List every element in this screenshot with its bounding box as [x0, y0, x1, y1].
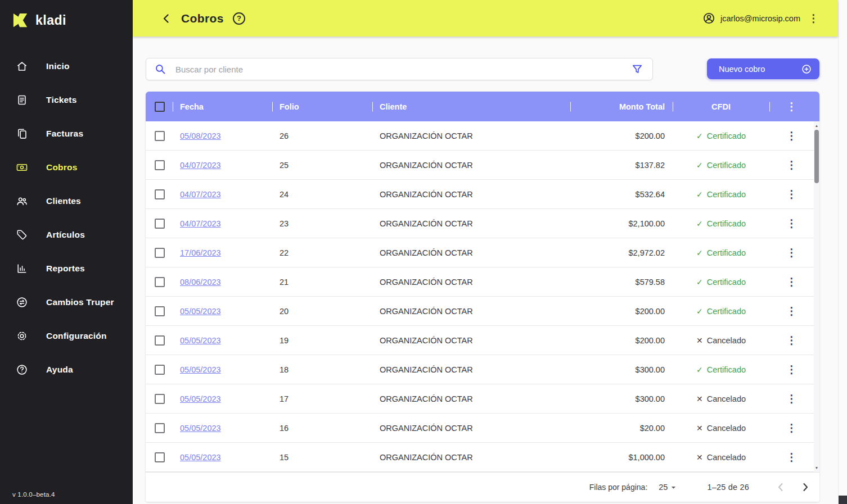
filter-icon[interactable]	[631, 63, 643, 75]
rows-per-page-select[interactable]: 25	[659, 482, 679, 493]
sidebar-item-reportes[interactable]: Reportes	[0, 252, 133, 285]
status-text: Certificado	[707, 219, 746, 228]
scroll-up-icon[interactable]: ▲	[815, 121, 818, 130]
scrollbar-thumb[interactable]	[814, 130, 819, 183]
row-menu-icon[interactable]: ⋮	[786, 189, 797, 199]
fecha-link[interactable]: 05/05/2023	[180, 424, 221, 433]
sidebar-item-label: Tickets	[46, 95, 77, 105]
check-icon: ✓	[696, 366, 703, 374]
row-checkbox[interactable]	[155, 189, 165, 199]
sidebar-item-tickets[interactable]: Tickets	[0, 83, 133, 117]
row-checkbox[interactable]	[155, 219, 165, 229]
fecha-link[interactable]: 05/05/2023	[180, 336, 221, 345]
column-header-fecha[interactable]: Fecha	[173, 92, 272, 121]
status-text: Cancelado	[707, 453, 746, 462]
row-checkbox[interactable]	[155, 277, 165, 287]
row-checkbox[interactable]	[155, 160, 165, 170]
rows-per-page-label: Filas por página:	[589, 483, 648, 492]
monto-cell: $1,000.00	[570, 453, 673, 462]
next-page-button[interactable]	[799, 480, 812, 494]
folio-cell: 25	[272, 161, 372, 170]
search-input[interactable]	[175, 65, 631, 74]
brand-logo[interactable]: kladi	[0, 0, 133, 31]
fecha-link[interactable]: 04/07/2023	[180, 190, 221, 199]
monto-cell: $532.64	[570, 190, 673, 199]
folio-cell: 21	[272, 278, 372, 287]
row-menu-icon[interactable]: ⋮	[786, 364, 797, 375]
header-menu-icon[interactable]: ⋮	[786, 101, 797, 112]
row-checkbox[interactable]	[155, 394, 165, 404]
fecha-link[interactable]: 05/05/2023	[180, 307, 221, 316]
row-menu-icon[interactable]: ⋮	[786, 160, 797, 170]
fecha-link[interactable]: 04/07/2023	[180, 219, 221, 228]
status-text: Certificado	[707, 248, 746, 257]
sidebar-item-inicio[interactable]: Inicio	[0, 49, 133, 83]
cobros-icon	[16, 161, 28, 174]
table-scrollbar[interactable]: ▲ ▼	[814, 121, 819, 472]
column-header-cliente[interactable]: Cliente	[372, 92, 570, 121]
nuevo-cobro-button[interactable]: Nuevo cobro	[707, 58, 819, 79]
row-menu-icon[interactable]: ⋮	[786, 452, 797, 462]
page-scrollbar[interactable]	[838, 0, 847, 504]
row-menu-icon[interactable]: ⋮	[786, 335, 797, 346]
column-header-cfdi[interactable]: CFDI	[673, 92, 769, 121]
column-header-folio[interactable]: Folio	[272, 92, 372, 121]
cliente-cell: ORGANIZACIÓN OCTAR	[372, 453, 570, 462]
cfdi-status: ✓ Certificado	[696, 248, 746, 257]
row-checkbox[interactable]	[155, 452, 165, 462]
row-menu-icon[interactable]: ⋮	[786, 276, 797, 287]
row-checkbox[interactable]	[155, 365, 165, 375]
sidebar-item-configuracion[interactable]: Configuración	[0, 319, 133, 353]
status-text: Certificado	[707, 365, 746, 374]
row-menu-icon[interactable]: ⋮	[786, 393, 797, 404]
row-menu-icon[interactable]: ⋮	[786, 423, 797, 433]
fecha-link[interactable]: 05/08/2023	[180, 131, 221, 140]
row-menu-icon[interactable]: ⋮	[786, 130, 797, 141]
sidebar-item-cambios-truper[interactable]: Cambios Truper	[0, 285, 133, 319]
fecha-link[interactable]: 04/07/2023	[180, 161, 221, 170]
monto-cell: $200.00	[570, 307, 673, 316]
sidebar-item-ayuda[interactable]: Ayuda	[0, 353, 133, 387]
clientes-icon	[16, 195, 28, 207]
help-icon[interactable]: ?	[233, 12, 245, 25]
monto-cell: $579.58	[570, 278, 673, 287]
search-box	[146, 58, 653, 80]
row-checkbox[interactable]	[155, 335, 165, 346]
row-checkbox[interactable]	[155, 306, 165, 316]
row-checkbox[interactable]	[155, 248, 165, 258]
back-button[interactable]	[160, 12, 173, 25]
row-menu-icon[interactable]: ⋮	[786, 306, 797, 316]
status-text: Cancelado	[707, 424, 746, 433]
sidebar-item-articulos[interactable]: Artículos	[0, 218, 133, 252]
prev-page-button[interactable]	[774, 480, 787, 494]
fecha-link[interactable]: 08/06/2023	[180, 278, 221, 287]
sidebar-item-facturas[interactable]: Facturas	[0, 117, 133, 151]
monto-cell: $300.00	[570, 394, 673, 403]
sidebar-item-label: Configuración	[46, 331, 107, 341]
sidebar-item-cobros[interactable]: Cobros	[0, 151, 133, 184]
sidebar-item-clientes[interactable]: Clientes	[0, 184, 133, 218]
app-version: v 1.0.0–beta.4	[0, 491, 133, 504]
avatar-icon[interactable]	[702, 12, 715, 25]
row-checkbox[interactable]	[155, 131, 165, 141]
topbar-menu-icon[interactable]: ⋮	[808, 13, 819, 24]
select-all-checkbox[interactable]	[155, 102, 165, 112]
fecha-link[interactable]: 17/06/2023	[180, 248, 221, 257]
monto-cell: $300.00	[570, 365, 673, 374]
cfdi-status: ✕ Cancelado	[696, 424, 746, 433]
row-menu-icon[interactable]: ⋮	[786, 247, 797, 258]
reportes-icon	[16, 262, 28, 275]
pagination-range: 1–25 de 26	[707, 483, 749, 492]
chevron-down-icon	[668, 482, 679, 493]
brand-name: kladi	[35, 13, 66, 28]
kladi-logo-icon	[12, 12, 29, 28]
fecha-link[interactable]: 05/05/2023	[180, 394, 221, 403]
status-text: Cancelado	[707, 394, 746, 403]
fecha-link[interactable]: 05/05/2023	[180, 365, 221, 374]
column-header-monto[interactable]: Monto Total	[570, 92, 673, 121]
scroll-down-icon[interactable]: ▼	[815, 464, 818, 472]
rows-per-page-value: 25	[659, 483, 668, 492]
row-menu-icon[interactable]: ⋮	[786, 218, 797, 229]
fecha-link[interactable]: 05/05/2023	[180, 453, 221, 462]
row-checkbox[interactable]	[155, 423, 165, 433]
